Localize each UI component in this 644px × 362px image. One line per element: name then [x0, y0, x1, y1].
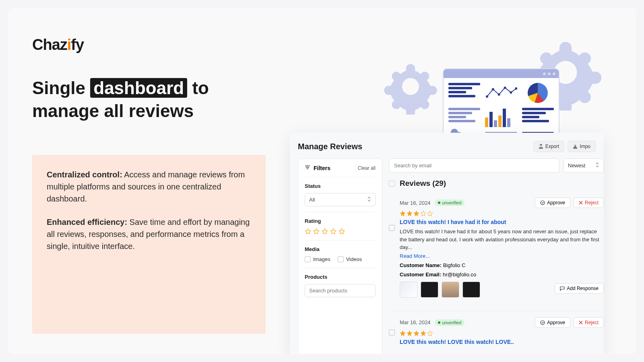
app-screenshot: Manage Reviews Export Impo Filters Clear…	[290, 133, 604, 354]
desc-centralized: Centralized control: Access and manage r…	[47, 169, 251, 205]
chevron-updown-icon	[367, 196, 371, 203]
upload-icon	[539, 144, 543, 149]
check-circle-icon	[540, 200, 545, 205]
import-button[interactable]: Impo	[568, 141, 596, 152]
svg-point-4	[510, 91, 512, 94]
gear-icon	[382, 58, 439, 115]
review-rating	[400, 210, 604, 216]
media-label: Media	[305, 246, 376, 252]
chat-icon	[560, 286, 565, 291]
x-icon	[579, 201, 583, 205]
svg-point-3	[504, 86, 506, 89]
rating-label: Rating	[305, 218, 376, 224]
svg-point-7	[541, 321, 545, 325]
add-response-button[interactable]: Add Response	[555, 283, 604, 294]
sort-select[interactable]: Newest	[564, 158, 604, 173]
headline-highlight: dashboard	[90, 78, 187, 98]
review-checkbox[interactable]	[389, 225, 395, 231]
status-label: Status	[305, 183, 376, 189]
approve-button[interactable]: Approve	[535, 197, 570, 208]
review-rating	[400, 330, 604, 336]
review-title[interactable]: LOVE this watch! LOVE this watch! LOVE..	[400, 339, 604, 345]
reject-button[interactable]: Reject	[574, 197, 604, 208]
filter-icon	[305, 165, 310, 171]
page-headline: Single dashboard to manage all reviews	[32, 76, 225, 122]
checkbox-icon	[305, 256, 311, 262]
description-panel: Centralized control: Access and manage r…	[32, 155, 266, 334]
desc-efficiency: Enhanced efficiency: Save time and effor…	[47, 216, 251, 252]
approve-button[interactable]: Approve	[535, 317, 570, 328]
filters-heading: Filters	[305, 165, 330, 171]
status-select[interactable]: All	[305, 193, 376, 206]
star-icon	[305, 228, 311, 234]
reject-button[interactable]: Reject	[574, 317, 604, 328]
download-icon	[573, 144, 578, 149]
review-item: Mar 16, 2024 unverified Approve Reject L…	[389, 311, 604, 354]
brand-text: Chaz	[32, 36, 67, 53]
svg-point-6	[541, 201, 545, 205]
star-icon	[339, 228, 345, 234]
chevron-updown-icon	[595, 162, 599, 169]
customer-email: Customer Email: hr@bigfolio.co	[400, 272, 604, 278]
search-email-input[interactable]	[389, 158, 559, 173]
review-text: LOVE this watch! I have had it for about…	[400, 228, 604, 251]
svg-point-2	[498, 93, 500, 96]
x-icon	[579, 321, 583, 325]
thumbnail[interactable]	[462, 282, 480, 298]
svg-point-1	[492, 88, 494, 90]
export-button[interactable]: Export	[533, 141, 565, 152]
thumbnail[interactable]	[400, 282, 417, 298]
check-circle-icon	[540, 320, 545, 325]
app-title: Manage Reviews	[298, 142, 362, 151]
thumbnail[interactable]	[442, 282, 459, 298]
customer-name: Customer Name: Bigfolio C	[400, 262, 604, 268]
star-icon	[322, 228, 328, 234]
thumbnail[interactable]	[421, 282, 438, 298]
brand-logo: Chazify	[32, 36, 84, 53]
filters-sidebar: Filters Clear all Status All Rating	[298, 158, 382, 354]
status-badge: unverified	[435, 319, 465, 326]
review-date: Mar 16, 2024	[400, 319, 431, 325]
rating-filter-stars[interactable]	[305, 228, 376, 234]
review-date: Mar 16, 2024	[400, 200, 431, 206]
read-more-link[interactable]: Read More...	[400, 253, 430, 259]
svg-point-0	[486, 95, 488, 98]
images-checkbox[interactable]: Images	[305, 256, 330, 262]
clear-all-link[interactable]: Clear all	[358, 165, 376, 171]
reviews-heading: Reviews (29)	[389, 177, 604, 189]
review-title[interactable]: LOVE this watch! I have had it for about	[400, 219, 604, 225]
checkbox-icon	[338, 256, 344, 262]
review-item: Mar 16, 2024 unverified Approve Reject L…	[389, 194, 604, 306]
select-all-checkbox[interactable]	[389, 181, 395, 187]
videos-checkbox[interactable]: Videos	[338, 256, 362, 262]
star-icon	[330, 228, 336, 234]
star-icon	[313, 228, 320, 234]
products-search-input[interactable]	[305, 284, 376, 297]
review-checkbox[interactable]	[389, 329, 395, 335]
status-badge: unverified	[435, 200, 465, 206]
products-label: Products	[305, 274, 376, 280]
